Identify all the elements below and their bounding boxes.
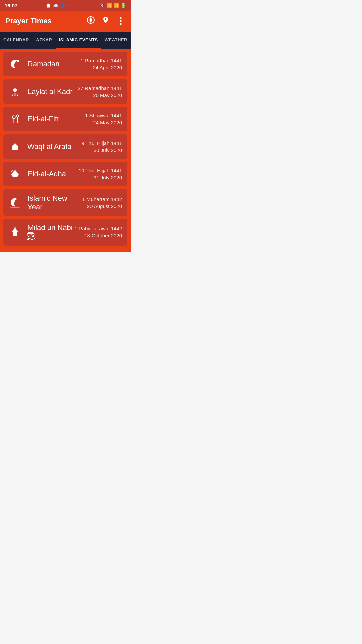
event-gregorian-islamic-new-year: 20 August 2020 [87,203,122,209]
event-icon-eid-al-fitr [7,111,23,127]
wifi-icon: 📶 [107,3,112,8]
svg-point-22 [14,227,16,228]
svg-marker-20 [11,228,19,232]
event-left-eid-al-adha: Eid-al-Adha [7,166,79,182]
signal-icon: 📶 [114,3,119,8]
event-icon-laylat-al-kadr [7,84,23,99]
svg-point-9 [16,115,19,117]
event-left-milad-un-nabi: Milad un Nabi ﷺ [7,223,74,241]
mute-icon: 🔇 [100,3,105,8]
svg-point-4 [13,88,17,92]
notification-icon: 📋 [46,3,51,8]
status-right-icons: 🔇 📶 📶 🔋 [100,3,126,8]
status-time: 16:07 [5,3,17,8]
events-list: Ramadan 1 Ramadhan 1441 24 April 2020 La… [0,49,131,252]
event-dates-eid-al-adha: 10 Thul Hijjah 1441 31 July 2020 [79,168,122,180]
app-bar: Prayer Times ⋮ [0,11,131,32]
event-left-eid-al-fitr: Eid-al-Fitr [7,111,85,127]
event-dates-ramadan: 1 Ramadhan 1441 24 April 2020 [81,58,122,70]
event-dates-islamic-new-year: 1 Muharram 1442 20 August 2020 [82,196,122,209]
event-left-ramadan: Ramadan [7,56,81,72]
more-dots-icon: ··· [68,3,71,8]
event-name-waqf-al-arafa: Waqf al Arafa [27,142,71,151]
svg-line-16 [11,171,12,172]
event-card-laylat-al-kadr[interactable]: Laylat al Kadr 27 Ramadhan 1441 20 May 2… [3,79,127,104]
event-icon-eid-al-adha [7,166,23,182]
svg-rect-21 [14,234,16,236]
tab-islamic-events[interactable]: ISLAMIC EVENTS [56,32,101,49]
event-name-laylat-al-kadr: Laylat al Kadr [27,87,73,96]
event-hijri-eid-al-fitr: 1 Shawwal 1441 [85,113,122,118]
event-left-waqf-al-arafa: Waqf al Arafa [7,139,81,154]
location-icon[interactable] [102,16,110,26]
event-card-eid-al-fitr[interactable]: Eid-al-Fitr 1 Shawwal 1441 24 May 2020 [3,107,127,131]
event-icon-milad-un-nabi [7,224,23,240]
svg-line-6 [12,94,13,96]
event-dates-eid-al-fitr: 1 Shawwal 1441 24 May 2020 [85,113,122,125]
event-card-ramadan[interactable]: Ramadan 1 Ramadhan 1441 24 April 2020 [3,52,127,76]
event-hijri-ramadan: 1 Ramadhan 1441 [81,58,122,63]
facebook-icon: 👤 [60,3,66,8]
event-hijri-laylat-al-kadr: 27 Ramadhan 1441 [78,85,122,91]
event-gregorian-laylat-al-kadr: 20 May 2020 [93,92,122,98]
tab-weather[interactable]: WEATHER [101,32,131,49]
event-hijri-eid-al-adha: 10 Thul Hijjah 1441 [79,168,122,173]
event-gregorian-milad-un-nabi: 18 October 2020 [84,233,122,238]
event-left-laylat-al-kadr: Laylat al Kadr [7,84,78,99]
event-name-islamic-new-year: Islamic New Year [27,194,82,211]
event-hijri-waqf-al-arafa: 9 Thul Hijjah 1441 [81,140,122,146]
app-title: Prayer Times [5,17,52,25]
event-dates-milad-un-nabi: 1 Raby` al-awal 1442 18 October 2020 [74,226,122,238]
tab-bar: CALENDAR AZKAR ISLAMIC EVENTS WEATHER [0,32,131,49]
tab-azkar[interactable]: AZKAR [33,32,56,49]
event-left-islamic-new-year: Islamic New Year [7,194,82,211]
event-card-milad-un-nabi[interactable]: Milad un Nabi ﷺ 1 Raby` al-awal 1442 18 … [3,219,127,246]
event-gregorian-ramadan: 24 April 2020 [93,65,122,70]
cloud-icon: ☁️ [53,3,58,8]
event-icon-waqf-al-arafa [7,139,23,154]
event-name-milad-un-nabi: Milad un Nabi ﷺ [27,223,74,241]
svg-point-3 [17,60,19,62]
svg-marker-2 [90,19,92,22]
compass-icon[interactable] [87,16,95,26]
event-dates-waqf-al-arafa: 9 Thul Hijjah 1441 30 July 2020 [81,140,122,153]
event-card-waqf-al-arafa[interactable]: Waqf al Arafa 9 Thul Hijjah 1441 30 July… [3,134,127,159]
event-name-eid-al-adha: Eid-al-Adha [27,170,66,178]
event-gregorian-eid-al-fitr: 24 May 2020 [93,120,122,125]
event-hijri-islamic-new-year: 1 Muharram 1442 [82,196,122,202]
event-hijri-milad-un-nabi: 1 Raby` al-awal 1442 [74,226,122,231]
status-left-icons: 📋 ☁️ 👤 ··· [46,3,71,8]
event-gregorian-eid-al-adha: 31 July 2020 [94,175,122,180]
svg-point-15 [14,170,17,173]
event-card-eid-al-adha[interactable]: Eid-al-Adha 10 Thul Hijjah 1441 31 July … [3,162,127,186]
battery-icon: 🔋 [121,3,126,8]
tab-calendar[interactable]: CALENDAR [0,32,33,49]
status-bar: 16:07 📋 ☁️ 👤 ··· 🔇 📶 📶 🔋 [0,0,131,11]
event-gregorian-waqf-al-arafa: 30 July 2020 [94,147,122,153]
event-dates-laylat-al-kadr: 27 Ramadhan 1441 20 May 2020 [78,85,122,98]
event-name-ramadan: Ramadan [27,60,59,68]
svg-line-17 [13,170,13,172]
event-name-eid-al-fitr: Eid-al-Fitr [27,115,59,123]
more-menu-icon[interactable]: ⋮ [116,16,125,26]
event-icon-ramadan [7,56,23,72]
svg-point-8 [12,116,15,119]
event-icon-islamic-new-year [7,195,23,210]
event-card-islamic-new-year[interactable]: Islamic New Year 1 Muharram 1442 20 Augu… [3,189,127,216]
svg-rect-13 [14,148,16,150]
app-bar-actions: ⋮ [87,16,125,26]
svg-line-7 [17,94,18,96]
